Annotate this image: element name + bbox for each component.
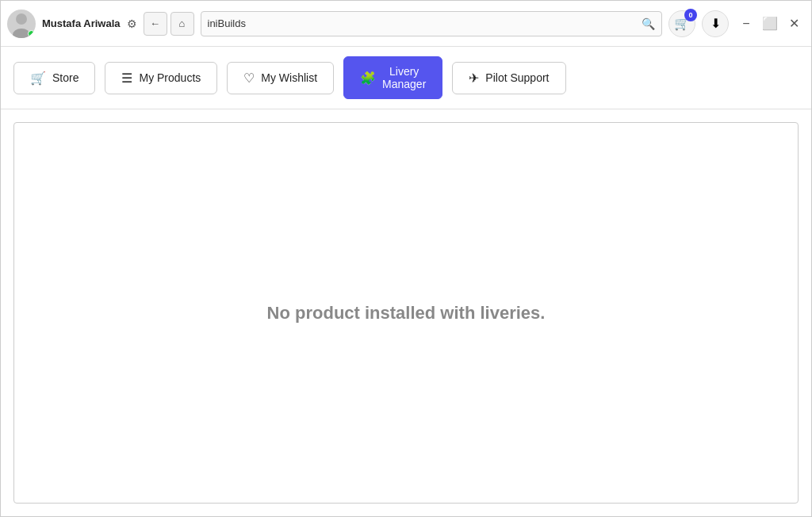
wishlist-icon: ♡	[243, 71, 255, 86]
title-bar: Mustafa Ariwala ⚙ ← ⌂ 🔍 🛒 0 ⬇	[1, 1, 811, 47]
cart-badge: 0	[684, 9, 697, 21]
pilot-support-icon: ✈	[469, 71, 479, 86]
search-input[interactable]	[208, 17, 642, 29]
store-icon: 🛒	[30, 71, 46, 86]
minimize-button[interactable]: −	[735, 13, 757, 35]
minimize-icon: −	[742, 17, 749, 31]
cart-area: 🛒 0 ⬇	[668, 10, 729, 37]
tab-my-products-label: My Products	[139, 71, 201, 84]
tab-store-label: Store	[52, 71, 79, 84]
tab-my-wishlist[interactable]: ♡ My Wishlist	[227, 62, 334, 94]
home-button[interactable]: ⌂	[170, 12, 194, 36]
download-icon: ⬇	[710, 16, 721, 31]
back-button[interactable]: ←	[144, 12, 167, 36]
back-icon: ←	[150, 17, 160, 29]
tab-my-products[interactable]: ☰ My Products	[105, 62, 217, 94]
avatar-head	[16, 13, 27, 25]
tab-livery-manager[interactable]: 🧩 LiveryManager	[343, 56, 442, 99]
download-button[interactable]: ⬇	[702, 10, 729, 37]
gear-icon[interactable]: ⚙	[127, 17, 137, 30]
my-products-icon: ☰	[121, 71, 132, 86]
livery-manager-icon: 🧩	[360, 71, 376, 86]
maximize-icon: ⬜	[762, 16, 778, 31]
tab-store[interactable]: 🛒 Store	[13, 62, 95, 94]
tab-pilot-support-label: Pilot Support	[485, 71, 549, 84]
window-controls: − ⬜ ✕	[735, 13, 805, 35]
tab-my-wishlist-label: My Wishlist	[261, 71, 317, 84]
cart-button[interactable]: 🛒 0	[668, 10, 695, 37]
tab-livery-manager-label: LiveryManager	[382, 65, 426, 90]
home-icon: ⌂	[179, 17, 186, 29]
close-button[interactable]: ✕	[783, 13, 805, 35]
avatar	[7, 10, 36, 38]
close-icon: ✕	[789, 16, 799, 31]
maximize-button[interactable]: ⬜	[759, 13, 781, 35]
main-content: No product installed with liveries.	[1, 109, 811, 516]
app-window: Mustafa Ariwala ⚙ ← ⌂ 🔍 🛒 0 ⬇	[0, 0, 812, 517]
avatar-status	[28, 30, 35, 37]
content-panel: No product installed with liveries.	[13, 122, 799, 504]
nav-tabs: 🛒 Store ☰ My Products ♡ My Wishlist 🧩 Li…	[1, 47, 811, 109]
user-info: Mustafa Ariwala ⚙	[7, 10, 137, 38]
nav-buttons: ← ⌂	[144, 12, 194, 36]
search-icon[interactable]: 🔍	[642, 17, 655, 30]
empty-message: No product installed with liveries.	[267, 303, 546, 324]
username-label: Mustafa Ariwala	[42, 17, 121, 29]
search-bar: 🔍	[201, 11, 663, 36]
tab-pilot-support[interactable]: ✈ Pilot Support	[452, 62, 565, 94]
